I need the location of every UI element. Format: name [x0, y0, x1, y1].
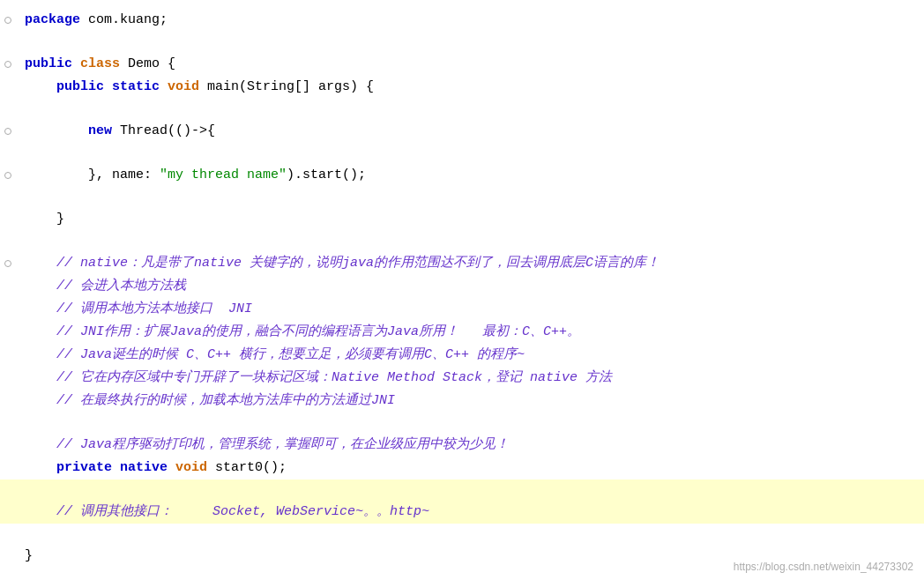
code-line: // 调用本地方法本地接口 JNI [0, 298, 924, 321]
code-line: public class Demo { [0, 53, 924, 76]
gutter-indicator [0, 128, 16, 135]
line-text: } [16, 209, 64, 230]
code-token: } [25, 548, 33, 563]
code-token: main(String[] args) { [207, 79, 374, 94]
breakpoint-dot[interactable] [4, 61, 11, 68]
code-line: private native void start0(); [0, 457, 924, 480]
line-text: // 它在内存区域中专门开辟了一块标记区域：Native Method Stac… [16, 368, 612, 389]
line-text: // 会进入本地方法栈 [16, 276, 186, 297]
code-line [0, 32, 924, 53]
breakpoint-dot[interactable] [4, 260, 11, 267]
gutter-indicator [0, 61, 16, 68]
code-token: ).start(); [287, 167, 366, 182]
code-token: new [88, 123, 120, 138]
code-token [25, 460, 56, 475]
line-text: // JNI作用：扩展Java的使用，融合不同的编程语言为Java所用！ 最初：… [16, 322, 580, 343]
code-line [0, 143, 924, 164]
line-text: } [16, 546, 33, 567]
code-line: // native：凡是带了native 关键字的，说明java的作用范围达不到… [0, 252, 924, 275]
code-line: // 会进入本地方法栈 [0, 275, 924, 298]
code-token: // 调用其他接口： Socket, WebService~。。http~ [25, 504, 429, 519]
gutter-indicator [0, 17, 16, 24]
line-text: // native：凡是带了native 关键字的，说明java的作用范围达不到… [16, 253, 659, 274]
line-text: new Thread(()->{​ [16, 121, 215, 142]
code-token: // 会进入本地方法栈 [25, 279, 186, 294]
code-line [0, 99, 924, 120]
code-line: // JNI作用：扩展Java的使用，融合不同的编程语言为Java所用！ 最初：… [0, 321, 924, 344]
code-line: // 它在内存区域中专门开辟了一块标记区域：Native Method Stac… [0, 367, 924, 390]
line-text: // 在最终执行的时候，加载本地方法库中的方法通过JNI [16, 390, 395, 412]
code-token: Thread(()->{​ [120, 123, 215, 138]
code-token: static [112, 79, 168, 94]
code-token: start0(); [215, 460, 287, 475]
code-token: } [25, 212, 64, 227]
code-line: // 在最终执行的时候，加载本地方法库中的方法通过JNI [0, 390, 924, 413]
code-token: // 它在内存区域中专门开辟了一块标记区域：Native Method Stac… [25, 370, 612, 385]
code-token: void [175, 460, 215, 475]
code-token: // Java程序驱动打印机，管理系统，掌握即可，在企业级应用中较为少见！ [25, 437, 509, 452]
code-editor: package com.kuang;public class Demo { pu… [0, 0, 924, 580]
breakpoint-dot[interactable] [4, 172, 11, 179]
code-token: class [80, 56, 128, 71]
code-line [0, 187, 924, 208]
code-token: public [25, 56, 80, 71]
code-token: public [56, 79, 112, 94]
code-line: // 调用其他接口： Socket, WebService~。。http~ [0, 501, 924, 524]
code-line [0, 480, 924, 501]
line-text: package com.kuang; [16, 10, 168, 31]
line-text: }, name: "my thread name").start(); [16, 165, 366, 186]
code-token: // 在最终执行的时候，加载本地方法库中的方法通过JNI [25, 393, 395, 408]
code-line: } [0, 208, 924, 231]
code-token: }, name: [25, 167, 160, 182]
code-line: // Java程序驱动打印机，管理系统，掌握即可，在企业级应用中较为少见！ [0, 434, 924, 457]
line-text: public class Demo { [16, 54, 175, 75]
code-token: // 调用本地方法本地接口 JNI [25, 301, 252, 316]
code-line: }, name: "my thread name").start(); [0, 164, 924, 187]
code-token: void [168, 79, 207, 94]
code-token: com.kuang; [88, 12, 168, 27]
gutter-indicator [0, 172, 16, 179]
code-token [25, 79, 56, 94]
line-text: // Java程序驱动打印机，管理系统，掌握即可，在企业级应用中较为少见！ [16, 435, 509, 456]
code-token [25, 123, 88, 138]
code-line [0, 231, 924, 252]
line-text: private native void start0(); [16, 457, 287, 479]
code-token: native [120, 460, 175, 475]
code-line: // Java诞生的时候 C、C++ 横行，想要立足，必须要有调用C、C++ 的… [0, 344, 924, 367]
code-token: package [25, 12, 88, 27]
code-token: Demo { [128, 56, 175, 71]
watermark: https://blog.csdn.net/weixin_44273302 [734, 561, 913, 573]
line-text: public static void main(String[] args) { [16, 77, 374, 98]
gutter-indicator [0, 260, 16, 267]
code-line: new Thread(()->{​ [0, 120, 924, 143]
code-token: "my thread name" [160, 167, 287, 182]
code-token: private [56, 460, 120, 475]
breakpoint-dot[interactable] [4, 128, 11, 135]
line-text: // 调用其他接口： Socket, WebService~。。http~ [16, 502, 429, 523]
line-text: // 调用本地方法本地接口 JNI [16, 299, 252, 320]
breakpoint-dot[interactable] [4, 17, 11, 24]
code-line: package com.kuang; [0, 9, 924, 32]
code-line [0, 524, 924, 545]
code-token: // native：凡是带了native 关键字的，说明java的作用范围达不到… [25, 256, 659, 271]
code-line: public static void main(String[] args) { [0, 76, 924, 99]
line-text: // Java诞生的时候 C、C++ 横行，想要立足，必须要有调用C、C++ 的… [16, 345, 525, 366]
code-token: // JNI作用：扩展Java的使用，融合不同的编程语言为Java所用！ 最初：… [25, 324, 580, 339]
code-token: // Java诞生的时候 C、C++ 横行，想要立足，必须要有调用C、C++ 的… [25, 347, 525, 362]
code-line [0, 413, 924, 434]
